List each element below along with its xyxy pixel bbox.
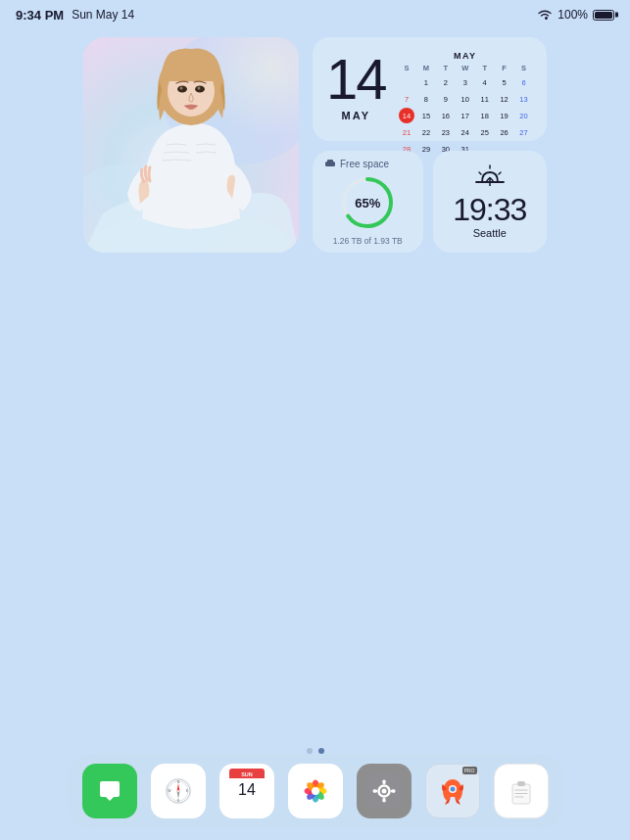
cal-day: 26 — [497, 124, 512, 140]
cal-day: 12 — [497, 91, 512, 107]
settings-icon — [366, 773, 402, 809]
cal-day: 19 — [497, 108, 512, 123]
status-icons: 100% — [537, 8, 614, 22]
sunrise-icon — [474, 164, 506, 186]
cal-day: 15 — [418, 108, 434, 123]
cal-day: 22 — [418, 124, 434, 140]
dock-icon-clipboard[interactable] — [494, 764, 549, 818]
cal-day: 21 — [399, 124, 414, 140]
photos-icon — [298, 773, 333, 809]
cal-day: 5 — [497, 74, 512, 90]
svg-text:14: 14 — [238, 781, 256, 798]
cal-day: 3 — [458, 74, 473, 90]
svg-rect-62 — [517, 781, 525, 786]
svg-point-48 — [381, 789, 386, 794]
calendar-day-number: 14 — [326, 51, 386, 108]
cal-day: 24 — [458, 124, 473, 140]
cal-day: 23 — [438, 124, 454, 140]
calendar-header-row: S M T W T F S — [398, 64, 533, 72]
cal-day: 1 — [418, 74, 434, 90]
weather-widget[interactable]: 19:33 Seattle — [433, 151, 548, 253]
storage-label-container: Free space — [324, 159, 389, 169]
cal-header-tue: T — [436, 64, 455, 72]
weather-time-display: 19:33 — [453, 194, 526, 225]
dock-icon-settings[interactable] — [357, 764, 412, 818]
svg-text:SUN: SUN — [241, 771, 253, 777]
cal-day: 13 — [516, 91, 532, 107]
cal-day: 2 — [438, 74, 454, 90]
svg-line-16 — [499, 172, 501, 174]
calendar-widget[interactable]: 14 MAY MAY S M T W T F S 123456789101112… — [313, 37, 547, 141]
cal-day: 6 — [516, 74, 532, 90]
dock-icon-rocketsim[interactable]: PRO — [425, 764, 480, 818]
calendar-month-label: MAY — [342, 110, 370, 121]
right-widgets: 14 MAY MAY S M T W T F S 123456789101112… — [313, 37, 547, 253]
cal-day: 18 — [477, 108, 493, 123]
wifi-icon — [537, 9, 553, 21]
clipboard-icon — [506, 775, 537, 807]
dock: N S W E SUN 14 — [67, 754, 564, 828]
battery-percentage: 100% — [557, 8, 588, 22]
svg-rect-11 — [327, 160, 333, 163]
dock-icon-messages[interactable] — [82, 764, 137, 818]
status-bar: 9:34 PM Sun May 14 100% — [0, 0, 630, 27]
messages-icon — [92, 773, 127, 809]
cal-header-fri: F — [495, 64, 513, 72]
cal-header-thu: T — [475, 64, 494, 72]
weather-city-display: Seattle — [473, 227, 507, 239]
svg-point-9 — [198, 87, 201, 90]
cal-day: 25 — [477, 124, 493, 140]
battery-icon — [593, 10, 614, 21]
dock-icon-photos[interactable] — [288, 764, 343, 818]
storage-detail-text: 1.26 TB of 1.93 TB — [333, 236, 403, 246]
photo-figure — [83, 37, 299, 253]
svg-point-59 — [450, 787, 455, 792]
cal-day: 7 — [399, 91, 414, 107]
bottom-widgets: Free space 65% 1.26 TB of 1.93 TB — [313, 151, 547, 253]
safari-icon: N S W E — [161, 773, 196, 809]
storage-circle: 65% — [338, 173, 397, 232]
storage-label-text: Free space — [340, 159, 389, 169]
dock-icon-safari[interactable]: N S W E — [151, 764, 206, 818]
cal-day: 27 — [516, 124, 532, 140]
calendar-month-name: MAY — [398, 51, 533, 61]
cal-header-wed: W — [456, 64, 474, 72]
cal-day: 9 — [438, 91, 454, 107]
widgets-area: 14 MAY MAY S M T W T F S 123456789101112… — [0, 27, 630, 253]
cal-header-sun: S — [398, 64, 416, 72]
calendar-days-grid: 1234567891011121314151617181920212223242… — [398, 74, 533, 157]
svg-rect-10 — [325, 162, 335, 166]
cal-day: 4 — [477, 74, 493, 90]
storage-percent-text: 65% — [355, 196, 380, 210]
calendar-dock-icon: SUN 14 — [229, 769, 265, 804]
status-time: 9:34 PM — [16, 8, 64, 23]
dock-icon-calendar[interactable]: SUN 14 — [219, 764, 274, 818]
cal-day: 10 — [458, 91, 473, 107]
cal-day: 17 — [458, 108, 473, 123]
cal-day: 8 — [418, 91, 434, 107]
cal-day: 14 — [399, 108, 414, 123]
storage-icon — [324, 160, 336, 168]
cal-day: 11 — [477, 91, 493, 107]
weather-icon-area — [474, 164, 506, 190]
cal-header-mon: M — [416, 64, 435, 72]
storage-widget[interactable]: Free space 65% 1.26 TB of 1.93 TB — [313, 151, 423, 253]
rocket-sim-icon — [437, 775, 468, 807]
status-date: Sun May 14 — [72, 8, 134, 22]
rocket-pro-badge: PRO — [462, 767, 477, 774]
cal-day — [399, 74, 414, 90]
cal-header-sat: S — [514, 64, 533, 72]
cal-day: 20 — [516, 108, 532, 123]
calendar-date-display: 14 MAY — [326, 47, 386, 121]
svg-line-17 — [479, 172, 481, 174]
photo-widget[interactable] — [83, 37, 299, 253]
svg-point-8 — [180, 87, 183, 90]
cal-day: 16 — [438, 108, 454, 123]
svg-point-45 — [312, 787, 319, 795]
calendar-grid: MAY S M T W T F S 1234567891011121314151… — [398, 47, 533, 157]
